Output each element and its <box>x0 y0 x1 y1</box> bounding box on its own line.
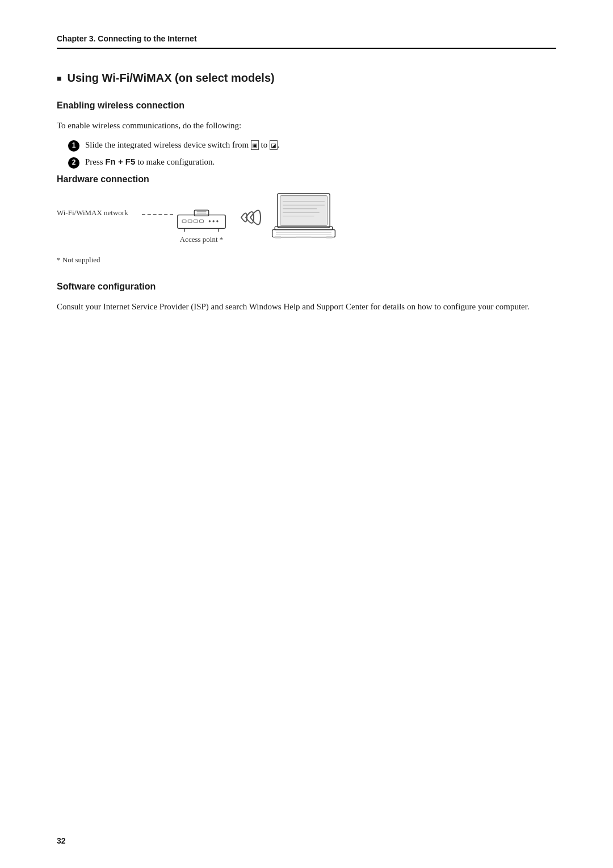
fn-f5-key: Fn + F5 <box>105 157 135 166</box>
step-2-text: Press Fn + F5 to make configuration. <box>85 155 215 169</box>
hardware-title: Hardware connection <box>57 174 556 184</box>
section-title: Using Wi-Fi/WiMAX (on select models) <box>57 72 556 85</box>
svg-rect-4 <box>200 220 204 223</box>
page-number: 32 <box>57 836 66 845</box>
access-point-label: Access point * <box>180 235 224 244</box>
switch-icon-to: ◪ <box>270 140 278 150</box>
laptop-icon <box>270 190 338 244</box>
svg-rect-26 <box>326 237 333 238</box>
chapter-header: Chapter 3. Connecting to the Internet <box>57 34 556 49</box>
hardware-diagram: Wi-Fi/WiMAX network <box>57 202 556 244</box>
svg-point-6 <box>212 220 214 222</box>
signal-waves-icon <box>236 200 264 234</box>
switch-icon-from: ▣ <box>251 140 259 150</box>
software-title: Software configuration <box>57 282 556 292</box>
access-point-group: Access point * <box>173 202 230 244</box>
step-1-number: 1 <box>68 140 79 152</box>
svg-rect-2 <box>188 220 192 223</box>
svg-rect-1 <box>182 220 186 223</box>
network-label: Wi-Fi/WiMAX network <box>57 208 142 237</box>
svg-rect-25 <box>275 237 281 238</box>
svg-rect-24 <box>296 237 312 237</box>
svg-point-7 <box>216 220 218 222</box>
dashed-connector <box>142 214 173 215</box>
network-label-text: Wi-Fi/WiMAX network <box>57 208 128 217</box>
svg-rect-21 <box>272 230 335 237</box>
step-1: 1 Slide the integrated wireless device s… <box>68 138 556 152</box>
section-title-text: Using Wi-Fi/WiMAX (on select models) <box>67 72 274 85</box>
chapter-header-text: Chapter 3. Connecting to the Internet <box>57 34 197 43</box>
step-2: 2 Press Fn + F5 to make configuration. <box>68 155 556 169</box>
svg-rect-3 <box>194 220 198 223</box>
svg-point-5 <box>209 220 211 222</box>
enabling-title: Enabling wireless connection <box>57 100 556 111</box>
step-1-text: Slide the integrated wireless device swi… <box>85 138 280 152</box>
step-2-number: 2 <box>68 157 79 169</box>
software-section: Software configuration Consult your Inte… <box>57 282 556 313</box>
svg-rect-20 <box>275 227 333 230</box>
svg-rect-14 <box>280 196 327 226</box>
router-icon <box>173 202 230 233</box>
svg-rect-0 <box>178 215 226 229</box>
software-body: Consult your Internet Service Provider (… <box>57 300 556 313</box>
page: Chapter 3. Connecting to the Internet Us… <box>0 0 613 868</box>
hardware-section: Hardware connection Wi-Fi/WiMAX network <box>57 174 556 265</box>
footnote: * Not supplied <box>57 255 556 265</box>
enabling-section: Enabling wireless connection To enable w… <box>57 100 556 169</box>
steps-list: 1 Slide the integrated wireless device s… <box>68 138 556 169</box>
enabling-intro: To enable wireless communications, do th… <box>57 119 556 132</box>
